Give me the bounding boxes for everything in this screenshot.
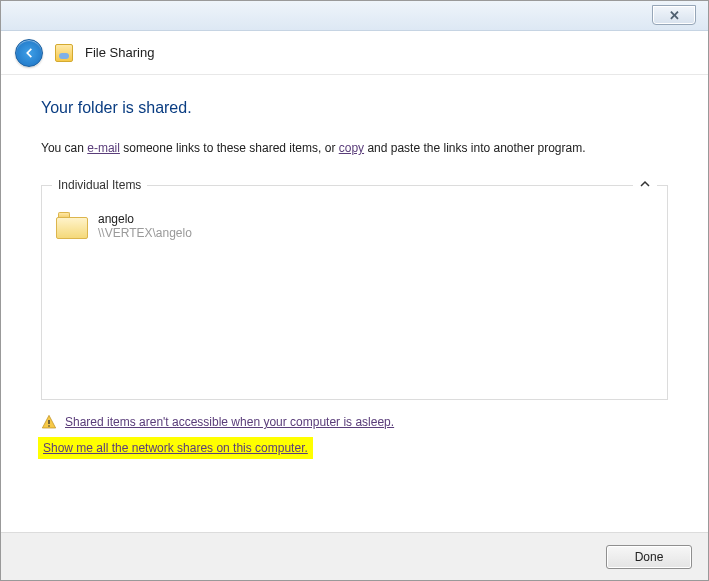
shared-item-text: angelo \\VERTEX\angelo [98,212,192,240]
svg-rect-0 [48,420,49,424]
footer: Done [1,532,708,580]
copy-link[interactable]: copy [339,141,364,155]
description: You can e-mail someone links to these sh… [41,139,668,157]
shared-item-name: angelo [98,212,192,226]
shared-item-path: \\VERTEX\angelo [98,226,192,240]
desc-text: You can [41,141,87,155]
highlighted-link-row: Show me all the network shares on this c… [41,440,310,456]
done-button[interactable]: Done [606,545,692,569]
folder-icon [56,212,88,240]
content: Your folder is shared. You can e-mail so… [1,75,708,472]
back-button[interactable] [15,39,43,67]
desc-text: and paste the links into another program… [364,141,585,155]
svg-rect-1 [48,425,49,426]
close-icon: ✕ [669,8,680,23]
sleep-warning-link[interactable]: Shared items aren't accessible when your… [65,415,394,429]
file-sharing-window: ✕ File Sharing Your folder is shared. Yo… [0,0,709,581]
warning-row: Shared items aren't accessible when your… [41,414,668,430]
desc-text: someone links to these shared items, or [120,141,339,155]
file-sharing-icon [55,44,73,62]
chevron-up-icon [639,178,651,190]
close-button[interactable]: ✕ [652,5,696,25]
shared-item[interactable]: angelo \\VERTEX\angelo [56,212,653,240]
titlebar: ✕ [1,1,708,31]
group-legend: Individual Items [52,178,147,192]
heading: Your folder is shared. [41,99,668,117]
arrow-left-icon [22,46,36,60]
individual-items-group: Individual Items angelo \\VERTEX\angelo [41,185,668,400]
warning-icon [41,414,57,430]
page-title: File Sharing [85,45,154,60]
email-link[interactable]: e-mail [87,141,120,155]
header: File Sharing [1,31,708,75]
show-network-shares-link[interactable]: Show me all the network shares on this c… [43,441,308,455]
collapse-toggle[interactable] [633,178,657,193]
